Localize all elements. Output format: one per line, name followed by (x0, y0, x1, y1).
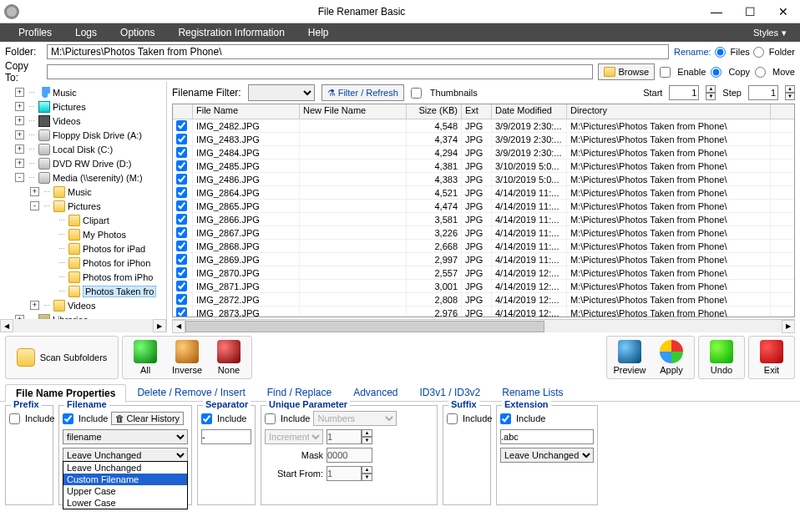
tree-expander[interactable]: + (15, 144, 24, 154)
row-checkbox[interactable] (176, 241, 187, 251)
filename-include-checkbox[interactable] (63, 413, 73, 424)
file-row[interactable]: IMG_2864.JPG4,521JPG4/14/2019 11:...M:\P… (173, 186, 794, 200)
file-row[interactable]: IMG_2871.JPG3,001JPG4/14/2019 12:...M:\P… (173, 280, 794, 293)
tree-item[interactable]: -⋯Media (\\serenity) (M:) (3, 170, 166, 185)
tree-expander[interactable]: + (15, 116, 24, 125)
copyto-input[interactable] (47, 64, 593, 79)
file-row[interactable]: IMG_2484.JPG4,294JPG3/9/2019 2:30:...M:\… (173, 146, 794, 160)
separator-include-checkbox[interactable] (201, 413, 212, 424)
row-checkbox[interactable] (176, 214, 187, 225)
prefix-include-checkbox[interactable] (9, 413, 20, 424)
increment-spinner[interactable]: ▲▼ (362, 429, 372, 444)
file-row[interactable]: IMG_2866.JPG3,581JPG4/14/2019 11:...M:\P… (173, 213, 794, 226)
tree-item[interactable]: +⋯Videos (3, 114, 166, 128)
tree-item[interactable]: +⋯Music (3, 85, 166, 99)
filename-case-dropdown[interactable]: Leave UnchangedCustom FilenameUpper Case… (63, 461, 188, 509)
row-checkbox[interactable] (176, 281, 187, 291)
tree-item[interactable]: -⋯Pictures (3, 199, 166, 213)
row-checkbox[interactable] (176, 254, 187, 265)
tab-advanced[interactable]: Advanced (342, 383, 408, 401)
dropdown-option[interactable]: Leave Unchanged (63, 462, 187, 474)
tree-item[interactable]: +⋯Libraries (3, 312, 166, 319)
folder-input[interactable] (47, 44, 669, 59)
tree-item[interactable]: +⋯Floppy Disk Drive (A:) (3, 128, 166, 142)
file-row[interactable]: IMG_2867.JPG3,226JPG4/14/2019 11:...M:\P… (173, 226, 794, 240)
file-row[interactable]: IMG_2869.JPG2,997JPG4/14/2019 11:...M:\P… (173, 253, 794, 266)
tree-item[interactable]: ⋯Photos Taken fro (3, 284, 166, 298)
extension-input[interactable] (500, 429, 594, 444)
copy-radio[interactable] (711, 67, 722, 78)
dropdown-option[interactable]: Lower Case (63, 497, 187, 509)
tree-expander[interactable]: + (15, 159, 24, 168)
close-button[interactable]: ✕ (767, 0, 800, 23)
folder-tree[interactable]: +⋯Music+⋯Pictures+⋯Videos+⋯Floppy Disk D… (0, 82, 167, 332)
enable-checkbox[interactable] (660, 67, 671, 78)
tree-item[interactable]: +⋯Music (3, 185, 166, 199)
tree-item[interactable]: +⋯Videos (3, 298, 166, 312)
row-checkbox[interactable] (176, 120, 187, 131)
menu-registration-information[interactable]: Registration Information (166, 23, 296, 42)
mask-input[interactable] (327, 448, 372, 463)
menu-options[interactable]: Options (109, 23, 166, 42)
select-all-button[interactable]: All (124, 338, 166, 377)
tree-expander[interactable]: - (30, 201, 39, 210)
row-checkbox[interactable] (176, 134, 187, 144)
col-newfilename[interactable]: New File Name (300, 104, 407, 119)
thumbnails-checkbox[interactable] (411, 88, 422, 99)
file-row[interactable]: IMG_2868.JPG2,668JPG4/14/2019 11:...M:\P… (173, 240, 794, 253)
tree-expander[interactable]: + (30, 187, 39, 196)
move-radio[interactable] (755, 67, 766, 78)
row-checkbox[interactable] (176, 294, 187, 305)
col-date[interactable]: Date Modified (492, 104, 567, 119)
select-inverse-button[interactable]: Inverse (166, 338, 208, 377)
tab-find-replace[interactable]: Find / Replace (256, 383, 342, 401)
apply-button[interactable]: Apply (651, 338, 692, 377)
styles-menu[interactable]: Styles ▾ (747, 28, 793, 38)
scan-subfolders-button[interactable]: Scan Subfolders (8, 338, 116, 377)
clear-history-button[interactable]: 🗑Clear History (111, 412, 184, 425)
tree-item[interactable]: ⋯Photos for iPhon (3, 256, 166, 270)
row-checkbox[interactable] (176, 227, 187, 238)
dropdown-option[interactable]: Custom Filename (63, 474, 187, 485)
select-none-button[interactable]: None (208, 338, 250, 377)
menu-logs[interactable]: Logs (63, 23, 109, 42)
unique-type-select[interactable]: Numbers (313, 411, 397, 426)
tree-item[interactable]: +⋯DVD RW Drive (D:) (3, 156, 166, 170)
grid-hscroll[interactable]: ◀▶ (172, 319, 795, 332)
col-ext[interactable]: Ext (462, 104, 492, 119)
row-checkbox[interactable] (176, 160, 187, 171)
tree-item[interactable]: ⋯Clipart (3, 213, 166, 227)
exit-button[interactable]: Exit (751, 338, 792, 377)
file-row[interactable]: IMG_2873.JPG2,976JPG4/14/2019 12:...M:\P… (173, 307, 794, 317)
tree-expander[interactable]: - (15, 173, 24, 182)
tree-item[interactable]: ⋯Photos for iPad (3, 241, 166, 256)
tree-item[interactable]: +⋯Local Disk (C:) (3, 142, 166, 156)
start-input[interactable] (669, 85, 699, 100)
col-filename[interactable]: File Name (193, 104, 300, 119)
tab-rename-lists[interactable]: Rename Lists (491, 383, 574, 401)
tree-hscroll[interactable]: ◀▶ (0, 319, 166, 332)
step-spinner[interactable]: ▲▼ (785, 85, 795, 100)
row-checkbox[interactable] (176, 187, 187, 198)
file-row[interactable]: IMG_2486.JPG4,383JPG3/10/2019 5:0...M:\P… (173, 173, 794, 186)
file-row[interactable]: IMG_2485.JPG4,381JPG3/10/2019 5:0...M:\P… (173, 160, 794, 173)
file-row[interactable]: IMG_2872.JPG2,808JPG4/14/2019 12:...M:\P… (173, 293, 794, 307)
startfrom-input[interactable] (327, 466, 362, 481)
col-dir[interactable]: Directory (567, 104, 771, 119)
increment-input[interactable] (327, 429, 362, 444)
tab-delete-remove-insert[interactable]: Delete / Remove / Insert (126, 383, 256, 401)
menu-profiles[interactable]: Profiles (7, 23, 63, 42)
unique-include-checkbox[interactable] (265, 413, 276, 424)
tab-id3v1-id3v2[interactable]: ID3v1 / ID3v2 (409, 383, 492, 401)
dropdown-option[interactable]: Upper Case (63, 485, 187, 497)
row-checkbox[interactable] (176, 147, 187, 158)
browse-button[interactable]: Browse (598, 63, 655, 80)
maximize-button[interactable]: ☐ (733, 0, 767, 23)
tree-item[interactable]: ⋯My Photos (3, 227, 166, 241)
row-checkbox[interactable] (176, 200, 187, 211)
menu-help[interactable]: Help (296, 23, 341, 42)
increment-select[interactable]: Increment (265, 429, 323, 444)
file-row[interactable]: IMG_2865.JPG4,474JPG4/14/2019 11:...M:\P… (173, 200, 794, 213)
suffix-include-checkbox[interactable] (447, 413, 458, 424)
separator-input[interactable] (201, 429, 251, 444)
